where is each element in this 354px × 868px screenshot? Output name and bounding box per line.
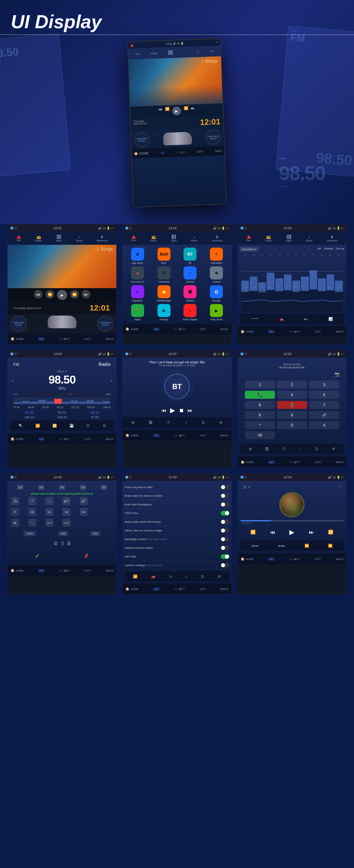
freq-next[interactable]: › <box>111 377 112 383</box>
home-icon[interactable]: 🏠 <box>10 337 14 341</box>
eq-nav-nav[interactable]: Nav <box>246 235 251 241</box>
toggle-brake-switch[interactable] <box>221 493 229 498</box>
key-0[interactable]: 0 <box>277 421 307 429</box>
toggle-vol-switch[interactable] <box>221 546 229 550</box>
app-calculator[interactable]: =Calculator <box>204 248 229 264</box>
music-skip-fwd[interactable]: ⏩ <box>305 544 309 548</box>
signal-icon[interactable]: 📶 <box>35 424 40 428</box>
steer-icon-7[interactable]: 📞 <box>28 519 36 527</box>
freq-3[interactable]: 98.10 <box>79 411 111 414</box>
ac-phone[interactable]: A/C <box>268 461 275 464</box>
key-3[interactable]: 3 <box>309 381 339 389</box>
freq-1[interactable]: 87.50 <box>13 411 45 414</box>
toggle-music2-icon[interactable]: ♪ <box>185 574 187 578</box>
confirm-button[interactable]: ✓ <box>35 552 40 560</box>
phone-grid-icon[interactable]: ⊞ <box>249 447 252 451</box>
music-vol-left[interactable]: ⏮⏮ <box>251 544 259 548</box>
music-next[interactable]: ⏭ <box>309 529 314 535</box>
loop-icon[interactable]: 🔁 <box>52 424 57 428</box>
aux-label[interactable]: AUX <box>23 531 36 536</box>
apps-nav-radio[interactable]: 📻Radio <box>150 235 157 242</box>
steer-icon-3[interactable]: ⏮ <box>46 508 53 516</box>
freq-2[interactable]: 90.10 <box>46 411 78 414</box>
app-playstore[interactable]: ▶Play Store <box>204 304 229 321</box>
music-vol-right[interactable]: ⏭⏭ <box>278 544 285 548</box>
nav-item-radio[interactable]: 📻 Radio <box>35 235 42 242</box>
key-link[interactable]: 🔗 <box>309 411 339 419</box>
music-prev[interactable]: ⏮ <box>270 529 275 535</box>
app-gallery[interactable]: 🖼Gallery <box>178 285 202 302</box>
settings-sync[interactable]: ☿ <box>61 540 64 546</box>
key-5[interactable]: 5 <box>309 391 339 399</box>
key-9[interactable]: 9 <box>277 411 307 419</box>
steer-val-4[interactable]: 255 <box>80 484 86 490</box>
key-1[interactable]: 1 <box>245 381 275 389</box>
eq-nav-bt[interactable]: ɃBluetooth <box>327 235 338 242</box>
eq-tab-all[interactable]: All <box>318 247 321 252</box>
toggle-settings2-icon[interactable]: ⚙ <box>218 574 221 578</box>
skip-back-btn[interactable]: ⏮ <box>34 290 43 299</box>
app-appstore[interactable]: AApp Store <box>125 248 150 264</box>
apps-nav-apps[interactable]: Apps <box>171 235 177 242</box>
back-button-music[interactable]: BACK <box>336 557 344 561</box>
bt-play[interactable]: ▶ <box>170 406 175 414</box>
key-6[interactable]: 6 <box>245 401 275 409</box>
apps-nav-music[interactable]: ♪Music <box>191 235 198 242</box>
back-button[interactable]: BACK <box>106 337 114 341</box>
music-list-icon[interactable]: ≡ <box>248 485 250 489</box>
eq-tab-default[interactable]: Default <box>324 247 333 252</box>
fm-steer-label[interactable]: FM <box>90 531 100 536</box>
bt-stop[interactable]: ⏹ <box>179 407 184 413</box>
home-icon-apps[interactable]: 🏠 <box>125 327 129 331</box>
cancel-button[interactable]: ✗ <box>84 552 89 560</box>
steer-val-2[interactable]: 255 <box>38 484 44 490</box>
steer-icon-9[interactable]: Vol K <box>62 519 70 527</box>
settings-icon[interactable]: ⚙ <box>103 424 106 428</box>
phone-clock-icon[interactable]: ⏱ <box>282 447 286 451</box>
bt-list-icon[interactable]: ☰ <box>202 420 205 424</box>
toggle-gps-switch[interactable] <box>221 554 229 559</box>
key-hash[interactable]: # <box>309 421 339 429</box>
music-heart-icon[interactable]: ♡ <box>337 485 341 489</box>
bt-prev[interactable]: ⏮ <box>161 407 167 413</box>
app-carlink[interactable]: 🚗Car Link 2.0 <box>125 266 150 283</box>
key-2[interactable]: 2 <box>277 381 307 389</box>
key-7[interactable]: 7 <box>309 401 339 409</box>
toggle-mirror-switch[interactable] <box>221 528 229 533</box>
am-label[interactable]: AM <box>58 531 69 536</box>
end-button[interactable]: 📵 <box>277 401 307 409</box>
app-filemanager[interactable]: 📁FileManager <box>152 285 176 302</box>
music-steer-icon[interactable]: ♪ <box>46 497 53 505</box>
bt-next[interactable]: ⏭ <box>187 407 193 413</box>
freq-6[interactable]: 87.50 <box>79 415 111 419</box>
phone-music-icon[interactable]: ♪ <box>300 447 302 451</box>
play-btn[interactable]: ▶ <box>57 290 67 300</box>
app-chrome[interactable]: ○Chrome <box>178 266 202 283</box>
bt-image-icon[interactable]: 🖼 <box>149 420 152 424</box>
back-button-steering[interactable]: BACK <box>106 569 114 572</box>
freq-5[interactable]: 108.00 <box>46 415 78 419</box>
ac-bt[interactable]: A/C <box>153 434 160 437</box>
ac-music[interactable]: A/C <box>268 557 275 561</box>
steer-icon-8[interactable]: Vol K <box>46 519 53 527</box>
key-back[interactable]: ⌫ <box>245 431 275 439</box>
steer-icon-5[interactable]: ⏭ <box>80 508 88 516</box>
eq-nav-apps[interactable]: Apps <box>286 235 292 242</box>
music-skip-bwd[interactable]: ⏪ <box>328 544 332 548</box>
settings-gear[interactable]: ⚙ <box>53 540 58 546</box>
list-icon[interactable]: ☰ <box>86 424 90 428</box>
ac-control[interactable]: A/C <box>38 337 45 341</box>
back-button-eq[interactable]: BACK <box>336 330 344 333</box>
apps-nav-nav[interactable]: Nav <box>131 235 136 241</box>
steer-icon-6[interactable]: ▶ <box>11 519 19 527</box>
vol-down-icon[interactable]: 🔊- <box>80 497 88 505</box>
settings-bt2[interactable]: Ƀ <box>67 540 71 546</box>
key-4[interactable]: 4 <box>277 391 307 399</box>
back-button-bt[interactable]: BACK <box>221 434 229 437</box>
phone-settings-icon[interactable]: ⚙ <box>332 447 335 451</box>
toggle-lantern-switch[interactable] <box>221 563 229 568</box>
app-moxfay[interactable]: mmoxfay <box>152 304 176 321</box>
eq-icon-wave[interactable]: 〜〜 <box>251 316 259 321</box>
freq-4[interactable]: 106.10 <box>13 415 45 419</box>
music-menu-icon[interactable]: ☰ <box>243 485 247 489</box>
